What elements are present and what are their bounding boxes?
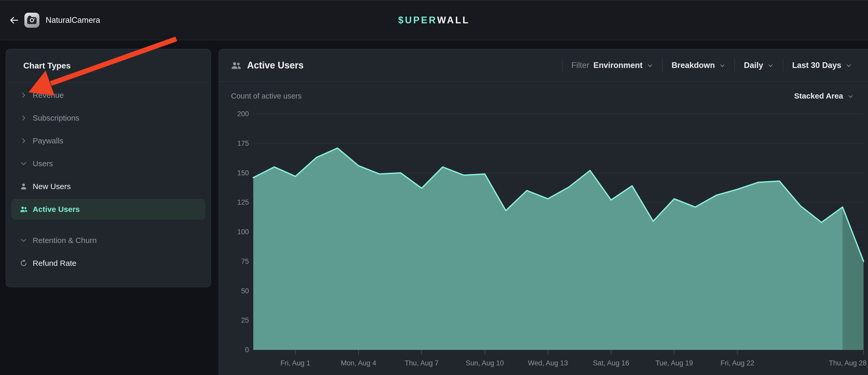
separator xyxy=(662,59,663,72)
x-tick-mark xyxy=(611,350,611,354)
x-tick-mark xyxy=(421,350,422,354)
y-tick-label: 0 xyxy=(225,346,249,354)
person-icon xyxy=(19,183,28,190)
chart-types-panel: Chart Types RevenueSubscriptionsPaywalls… xyxy=(6,49,211,287)
filter-environment-dropdown[interactable]: Filter Environment xyxy=(571,61,653,70)
refresh-icon xyxy=(19,259,28,267)
logo-primary: $UPER xyxy=(398,15,437,26)
separator xyxy=(783,59,783,72)
chart-style-dropdown[interactable]: Stacked Area xyxy=(794,82,854,110)
separator xyxy=(735,59,735,72)
area-partial-day-fill xyxy=(843,207,864,350)
people-icon xyxy=(19,206,28,213)
sidebar-item-subscriptions[interactable]: Subscriptions xyxy=(11,107,205,128)
x-tick-mark xyxy=(674,350,674,354)
x-tick-label: Fri, Aug 1 xyxy=(281,359,311,367)
sidebar-item-retention-churn[interactable]: Retention & Churn xyxy=(11,230,205,251)
chevron-right-icon xyxy=(19,137,28,145)
breakdown-value: Breakdown xyxy=(672,61,715,70)
y-tick-label: 125 xyxy=(225,198,249,207)
x-tick-label: Sat, Aug 16 xyxy=(593,359,629,367)
chevron-down-icon xyxy=(647,62,653,69)
sidebar-item-paywalls[interactable]: Paywalls xyxy=(11,130,205,151)
chevron-down-icon xyxy=(845,62,852,69)
sidebar-item-label: Subscriptions xyxy=(33,114,79,122)
date-range-dropdown[interactable]: Last 30 Days xyxy=(792,61,852,70)
y-tick-label: 150 xyxy=(225,169,249,177)
x-tick-mark xyxy=(863,350,864,354)
sidebar-item-label: Paywalls xyxy=(33,136,63,145)
panel-header: Active Users Filter Environment Breakdow… xyxy=(219,49,868,82)
granularity-value: Daily xyxy=(744,61,763,70)
x-tick-mark xyxy=(737,350,738,354)
x-tick-label: Sun, Aug 10 xyxy=(466,359,504,367)
chevron-down-icon xyxy=(19,237,28,244)
x-tick-label: Wed, Aug 13 xyxy=(528,359,568,367)
breakdown-dropdown[interactable]: Breakdown xyxy=(672,61,726,70)
chart-controls: Filter Environment Breakdown Daily xyxy=(553,49,852,81)
sidebar-item-users[interactable]: Users xyxy=(11,153,205,174)
active-users-panel: Active Users Filter Environment Breakdow… xyxy=(219,49,868,375)
sidebar-item-label: Refund Rate xyxy=(33,259,76,268)
logo-secondary: WALL xyxy=(437,15,470,26)
page-title: Active Users xyxy=(247,60,304,71)
sidebar-item-label: Retention & Churn xyxy=(33,236,97,245)
sidebar-item-label: Users xyxy=(33,159,53,168)
top-bar: NaturalCamera $UPERWALL xyxy=(0,0,868,40)
sidebar-items: RevenueSubscriptionsPaywallsUsersNew Use… xyxy=(6,83,211,274)
filter-label: Filter xyxy=(571,61,589,70)
chart-style-value: Stacked Area xyxy=(794,92,843,100)
sidebar-item-new-users[interactable]: New Users xyxy=(11,176,205,197)
sidebar-item-label: Revenue xyxy=(33,91,64,100)
x-tick-label: Tue, Aug 19 xyxy=(655,359,693,367)
y-tick-label: 75 xyxy=(225,257,249,265)
app-root: { "topbar": { "app_name": "NaturalCamera… xyxy=(0,0,868,375)
separator xyxy=(562,59,563,72)
chevron-down-icon xyxy=(767,62,774,69)
chevron-down-icon xyxy=(719,62,726,69)
sidebar-item-refund-rate[interactable]: Refund Rate xyxy=(11,253,205,274)
filter-value: Environment xyxy=(593,61,643,70)
x-tick-mark xyxy=(548,350,548,354)
area-series-fill xyxy=(253,148,864,350)
chevron-down-icon xyxy=(847,93,854,100)
sidebar-item-label: New Users xyxy=(33,182,71,191)
superwall-logo: $UPERWALL xyxy=(0,0,868,40)
chevron-down-icon xyxy=(19,160,28,167)
x-tick-mark xyxy=(295,350,296,354)
x-tick-label: Mon, Aug 4 xyxy=(341,359,376,367)
sidebar-title: Chart Types xyxy=(23,49,71,82)
chevron-right-icon xyxy=(19,91,28,99)
granularity-dropdown[interactable]: Daily xyxy=(744,61,774,70)
y-tick-label: 50 xyxy=(225,287,249,295)
sidebar-item-active-users[interactable]: Active Users xyxy=(11,199,205,220)
x-tick-label: Thu, Aug 7 xyxy=(405,359,439,367)
chart-subtitle: Count of active users xyxy=(231,82,302,110)
chart-subheader: Count of active users Stacked Area xyxy=(219,82,868,110)
date-range-value: Last 30 Days xyxy=(792,61,841,70)
x-tick-mark xyxy=(485,350,485,354)
chart-svg xyxy=(253,114,864,350)
x-tick-label: Thu, Aug 28 xyxy=(829,359,867,367)
y-tick-label: 175 xyxy=(225,139,249,147)
chart-area[interactable]: 0255075100125150175200 Fri, Aug 1Mon, Au… xyxy=(253,114,864,350)
chevron-right-icon xyxy=(19,114,28,122)
y-tick-label: 25 xyxy=(225,316,249,324)
x-tick-label: Fri, Aug 22 xyxy=(720,359,754,367)
sidebar-item-label: Active Users xyxy=(33,205,80,214)
people-icon xyxy=(231,61,241,70)
x-tick-mark xyxy=(358,350,359,354)
y-tick-label: 200 xyxy=(225,110,249,118)
y-tick-label: 100 xyxy=(225,228,249,236)
sidebar-item-revenue[interactable]: Revenue xyxy=(11,85,205,105)
